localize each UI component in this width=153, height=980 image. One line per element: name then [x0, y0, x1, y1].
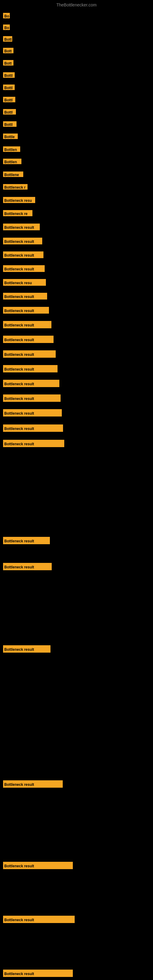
bottleneck-item: Bottleneck result — [3, 307, 49, 315]
bottleneck-item: Bottleneck result — [3, 336, 54, 344]
bottleneck-item: Bottleneck result — [3, 440, 64, 449]
bottleneck-item: Bottleneck resu — [3, 197, 35, 204]
items-container: BoBoBottBottBottBottlBottlBottlBottlBott… — [0, 9, 153, 980]
bottleneck-item: Bottle — [3, 134, 18, 140]
bottleneck-item: Bottleneck result — [3, 321, 51, 329]
bottleneck-item: Bottleneck result — [3, 365, 57, 374]
bottleneck-label: Bottleneck result — [3, 425, 63, 432]
bottleneck-label: Bottleneck r — [3, 184, 27, 189]
bottleneck-label: Bottleneck result — [3, 916, 75, 923]
bottleneck-item: Bottleneck re — [3, 210, 32, 218]
bottleneck-item: Bottleneck result — [3, 409, 62, 418]
bottleneck-item: Bottleneck result — [3, 380, 59, 388]
bottleneck-item: Bottlen — [3, 159, 21, 165]
bottleneck-label: Bottleneck resu — [3, 279, 46, 286]
bottleneck-label: Bottleneck result — [3, 563, 52, 570]
bottleneck-item: Bottleneck result — [3, 970, 73, 978]
bottleneck-label: Bott — [3, 60, 13, 65]
bottleneck-label: Bottl — [3, 97, 15, 102]
bottleneck-label: Bottleneck result — [3, 224, 40, 230]
bottleneck-label: Bottlen — [3, 146, 20, 152]
bottleneck-label: Bo — [3, 13, 10, 18]
bottleneck-item: Bottleneck result — [3, 645, 51, 654]
bottleneck-item: Bottlene — [3, 172, 23, 178]
bottleneck-label: Bottleneck result — [3, 321, 51, 328]
bottleneck-label: Bottl — [3, 72, 15, 78]
bottleneck-label: Bottlene — [3, 172, 23, 177]
bottleneck-item: Bottleneck result — [3, 293, 47, 301]
bottleneck-item: Bottleneck result — [3, 265, 45, 273]
bottleneck-label: Bottleneck result — [3, 440, 64, 447]
bottleneck-label: Bottl — [3, 109, 16, 115]
bottleneck-item: Bottl — [3, 109, 16, 116]
site-title: TheBottlenecker.com — [0, 0, 153, 9]
bottleneck-item: Bottleneck result — [3, 224, 40, 232]
bottleneck-item: Bott — [3, 48, 13, 54]
bottleneck-label: Bottleneck result — [3, 970, 73, 977]
bottleneck-label: Bottleneck result — [3, 409, 62, 417]
bottleneck-label: Bottleneck result — [3, 336, 54, 343]
bottleneck-label: Bottle — [3, 134, 18, 139]
bottleneck-label: Bottleneck result — [3, 645, 51, 652]
bottleneck-item: Bottl — [3, 97, 15, 103]
bottleneck-item: Bottl — [3, 84, 15, 91]
bottleneck-item: Bottleneck result — [3, 238, 42, 246]
bottleneck-label: Bottl — [3, 121, 16, 127]
bottleneck-item: Bo — [3, 13, 10, 20]
bottleneck-label: Bottleneck result — [3, 307, 49, 313]
bottleneck-item: Bottlen — [3, 146, 20, 153]
bottleneck-label: Bottl — [3, 84, 15, 90]
bottleneck-item: Bottleneck result — [3, 862, 73, 870]
bottleneck-item: Bottleneck result — [3, 780, 63, 789]
bottleneck-label: Bottlen — [3, 159, 21, 164]
bottleneck-label: Bottleneck result — [3, 395, 61, 402]
bottleneck-item: Bo — [3, 24, 10, 31]
bottleneck-item: Bottleneck result — [3, 350, 56, 359]
bottleneck-item: Bottleneck result — [3, 537, 50, 546]
bottleneck-label: Bottleneck result — [3, 862, 73, 869]
bottleneck-label: Bottleneck result — [3, 350, 56, 358]
bottleneck-item: Bottleneck result — [3, 395, 61, 403]
bottleneck-label: Bottleneck result — [3, 265, 45, 272]
bottleneck-item: Bottleneck result — [3, 251, 43, 259]
bottleneck-item: Bottl — [3, 72, 15, 79]
bottleneck-item: Bottleneck resu — [3, 279, 46, 287]
bottleneck-label: Bottleneck result — [3, 537, 50, 544]
bottleneck-label: Bottleneck result — [3, 365, 57, 372]
bottleneck-label: Bott — [3, 36, 12, 41]
bottleneck-item: Bottleneck r — [3, 184, 27, 191]
bottleneck-label: Bottleneck result — [3, 251, 43, 258]
bottleneck-label: Bottleneck result — [3, 293, 47, 299]
bottleneck-label: Bottleneck result — [3, 780, 63, 788]
bottleneck-label: Bo — [3, 24, 10, 30]
bottleneck-label: Bottleneck re — [3, 210, 32, 216]
bottleneck-item: Bottleneck result — [3, 916, 75, 924]
bottleneck-item: Bottleneck result — [3, 425, 63, 433]
bottleneck-label: Bottleneck result — [3, 380, 59, 387]
bottleneck-label: Bottleneck result — [3, 238, 42, 244]
bottleneck-item: Bott — [3, 36, 12, 43]
bottleneck-label: Bott — [3, 48, 13, 53]
bottleneck-item: Bottl — [3, 121, 16, 128]
bottleneck-label: Bottleneck resu — [3, 197, 35, 203]
bottleneck-item: Bott — [3, 60, 13, 67]
bottleneck-item: Bottleneck result — [3, 563, 52, 571]
